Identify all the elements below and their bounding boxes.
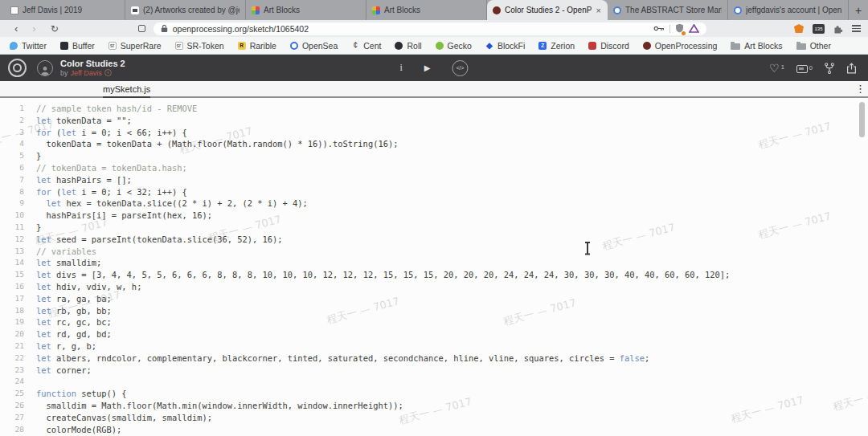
browser-tab[interactable]: Art Blocks bbox=[246, 0, 366, 20]
code-line[interactable]: 22let albers, rndcolor, complementary, b… bbox=[0, 352, 868, 365]
code-line[interactable]: 2let tokenData = ""; bbox=[0, 115, 868, 127]
play-button[interactable]: ▶ bbox=[424, 63, 431, 72]
bookmark-item[interactable]: Roll bbox=[395, 41, 421, 51]
extensions-puzzle-icon[interactable] bbox=[833, 24, 843, 34]
line-number: 13 bbox=[0, 246, 24, 258]
bookmark-item[interactable]: RRarible bbox=[238, 41, 276, 51]
browser-tab[interactable]: The ABSTRACT Store Marketplac bbox=[608, 0, 728, 20]
gas-price-badge[interactable]: 135 bbox=[813, 24, 825, 34]
line-number: 7 bbox=[0, 174, 24, 186]
code-line[interactable]: 23let corner; bbox=[0, 365, 868, 377]
browser-tab[interactable]: Jeff Davis | 2019 bbox=[5, 0, 125, 20]
code-line[interactable]: 24 bbox=[0, 376, 868, 388]
code-text bbox=[24, 376, 36, 388]
code-line[interactable]: 26 smalldim = Math.floor(Math.min(window… bbox=[0, 400, 868, 412]
editor-menu-icon[interactable]: ⋮ bbox=[855, 82, 866, 96]
bookmark-item[interactable]: ◆BlockFi bbox=[485, 41, 525, 51]
forks[interactable]: 0 bbox=[796, 63, 813, 73]
likes[interactable]: ♡ 1 bbox=[769, 63, 784, 74]
code-text: } bbox=[24, 222, 41, 234]
bookmark-item[interactable]: Art Blocks bbox=[731, 41, 782, 51]
browser-tab[interactable]: jeffgdavis's account | OpenSea bbox=[728, 0, 849, 20]
code-text: let smalldim; bbox=[24, 257, 101, 269]
line-number: 10 bbox=[0, 210, 24, 222]
blockfi-icon: ◆ bbox=[485, 42, 493, 50]
editor-scrollbar-thumb[interactable] bbox=[859, 102, 865, 137]
bookmark-item[interactable]: srSR-Token bbox=[175, 41, 224, 51]
author-link[interactable]: Jeff Davis bbox=[71, 69, 102, 77]
avatar[interactable] bbox=[37, 60, 53, 76]
code-line[interactable]: 9 let hex = tokenData.slice((2 * i) + 2,… bbox=[0, 198, 868, 210]
code-line[interactable]: 13// variables bbox=[0, 246, 868, 258]
forward-icon[interactable]: › bbox=[25, 23, 43, 34]
code-text: let rd, gd, bd; bbox=[24, 328, 112, 340]
code-line[interactable]: 10 hashPairs[i] = parseInt(hex, 16); bbox=[0, 210, 868, 222]
follow-button[interactable]: + bbox=[104, 69, 112, 76]
cent-icon: ¢ bbox=[351, 42, 359, 50]
code-line[interactable]: 11} bbox=[0, 222, 868, 234]
bookmark-item[interactable]: OpenSea bbox=[290, 41, 338, 51]
file-tab-mysketch[interactable]: mySketch.js bbox=[103, 81, 150, 98]
share-icon[interactable] bbox=[846, 63, 857, 74]
bookmark-item[interactable]: srSuperRare bbox=[108, 41, 162, 51]
code-line[interactable]: 16let hdiv, vdiv, w, h; bbox=[0, 281, 868, 293]
bookmark-item[interactable]: Discord bbox=[588, 41, 629, 51]
metamask-icon[interactable] bbox=[794, 24, 804, 33]
line-number: 2 bbox=[0, 115, 24, 127]
side-panel-icon[interactable] bbox=[138, 25, 145, 32]
bookmark-item[interactable]: Buffer bbox=[60, 41, 95, 51]
browser-tab[interactable]: Art Blocks bbox=[366, 0, 487, 20]
new-tab-button[interactable]: + bbox=[849, 2, 868, 19]
bookmark-item[interactable]: ¢Cent bbox=[351, 41, 381, 51]
fork-icon[interactable] bbox=[825, 63, 834, 74]
reload-icon[interactable]: ↻ bbox=[43, 24, 66, 34]
key-icon[interactable] bbox=[653, 25, 665, 32]
code-line[interactable]: 27 createCanvas(smalldim, smalldim); bbox=[0, 412, 868, 424]
triangle-extension-icon[interactable] bbox=[689, 24, 699, 33]
code-line[interactable]: 5} bbox=[0, 150, 868, 162]
code-line[interactable]: 21let r, g, b; bbox=[0, 340, 868, 352]
line-number: 1 bbox=[0, 103, 24, 115]
browser-tab[interactable]: (2) Artworks created by @jeffgd bbox=[125, 0, 246, 20]
bookmark-item[interactable]: ZZerion bbox=[538, 41, 575, 51]
code-editor[interactable]: 1// sample token hash/id - REMOVE2let to… bbox=[0, 98, 868, 435]
bookmark-item[interactable]: OpenProcessing bbox=[643, 41, 718, 51]
heart-icon: ♡ bbox=[769, 63, 780, 74]
folder-icon bbox=[796, 43, 806, 50]
code-line[interactable]: 19let rc, gc, bc; bbox=[0, 316, 868, 328]
editor-tab-bar: mySketch.js ⋮ bbox=[0, 81, 868, 98]
browser-menu-icon[interactable] bbox=[852, 23, 861, 34]
code-view-button[interactable]: </> bbox=[452, 60, 469, 76]
back-icon[interactable]: ‹ bbox=[7, 23, 25, 34]
code-line[interactable]: 14let smalldim; bbox=[0, 257, 868, 269]
bookmark-item[interactable]: Other bbox=[796, 41, 831, 51]
code-line[interactable]: 25function setup() { bbox=[0, 388, 868, 400]
bookmark-item[interactable]: Twitter bbox=[10, 41, 47, 51]
bookmark-label: OpenProcessing bbox=[655, 41, 718, 51]
code-line[interactable]: 17let ra, ga, ba; bbox=[0, 293, 868, 305]
openprocessing-logo-icon[interactable] bbox=[8, 59, 27, 77]
code-line[interactable]: 18let rb, gb, bb; bbox=[0, 305, 868, 317]
code-line[interactable]: 28 colorMode(RGB); bbox=[0, 424, 868, 436]
code-line[interactable]: 6// tokenData = tokenData.hash; bbox=[0, 162, 868, 174]
code-line[interactable]: 20let rd, gd, bd; bbox=[0, 328, 868, 340]
bookmark-label: Art Blocks bbox=[744, 41, 782, 51]
code-text: let tokenData = ""; bbox=[24, 115, 132, 127]
code-line[interactable]: 3for (let i = 0; i < 66; i++) { bbox=[0, 127, 868, 139]
url-bar[interactable]: openprocessing.org/sketch/1065402 bbox=[154, 22, 706, 35]
code-line[interactable]: 12let seed = parseInt(tokenData.slice(36… bbox=[0, 234, 868, 246]
code-line[interactable]: 8for (let i = 0; i < 32; i++) { bbox=[0, 186, 868, 198]
line-number: 28 bbox=[0, 424, 24, 436]
code-text: let ra, ga, ba; bbox=[24, 293, 112, 305]
browser-tab[interactable]: Color Studies 2 - OpenProces× bbox=[487, 0, 608, 20]
code-line[interactable]: 15let divs = [3, 4, 4, 5, 5, 6, 6, 6, 8,… bbox=[0, 269, 868, 281]
code-line[interactable]: 4 tokenData = tokenData + (Math.floor(Ma… bbox=[0, 138, 868, 150]
shield-extension-icon[interactable] bbox=[675, 23, 684, 35]
bookmark-item[interactable]: Gecko bbox=[436, 41, 472, 51]
code-text: colorMode(RGB); bbox=[24, 424, 121, 436]
code-line[interactable]: 1// sample token hash/id - REMOVE bbox=[0, 103, 868, 115]
code-line[interactable]: 7let hashPairs = []; bbox=[0, 174, 868, 186]
info-button[interactable]: i bbox=[399, 62, 402, 74]
tab-close-icon[interactable]: × bbox=[596, 6, 602, 15]
code-lines: 1// sample token hash/id - REMOVE2let to… bbox=[0, 103, 868, 435]
